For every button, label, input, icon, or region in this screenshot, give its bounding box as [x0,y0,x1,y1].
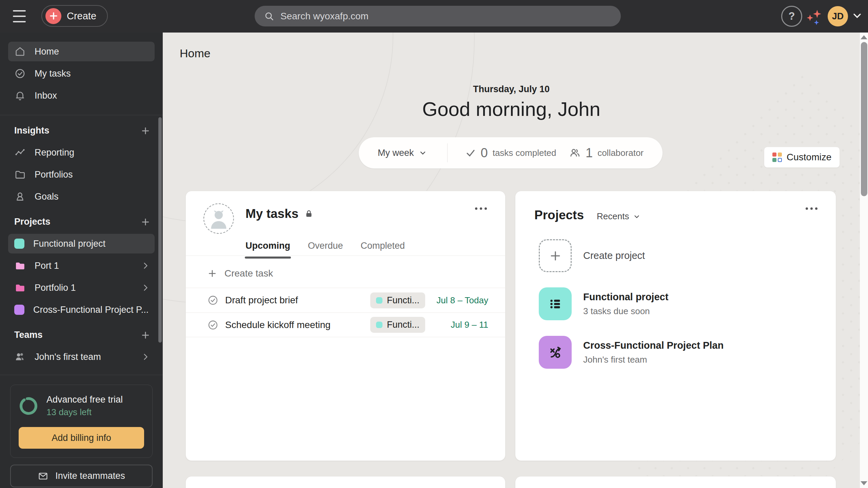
add-insight-icon[interactable] [140,126,151,136]
account-menu-chevron-icon[interactable] [851,11,863,20]
sidebar-item-port-1[interactable]: Port 1 [8,256,155,276]
stats-divider [447,143,448,162]
task-project-tag[interactable]: Functi... [370,292,425,308]
project-color-dot [376,297,382,304]
sidebar-item-home[interactable]: Home [8,42,155,61]
tasks-completed-count: 0 [481,146,488,160]
sidebar-scrollbar-thumb[interactable] [158,117,162,343]
sidebar-item-inbox[interactable]: Inbox [8,86,155,105]
create-button[interactable]: Create [41,5,108,27]
search-icon [264,11,274,21]
task-check-circle-icon[interactable] [208,295,218,306]
project-color-dot [376,322,382,328]
projects-menu-button[interactable] [806,207,817,210]
tasks-completed-stat[interactable]: 0 tasks completed [465,146,556,160]
project-name: Cross-Functional Project Plan [583,340,724,351]
chevron-right-icon[interactable] [141,261,150,270]
partial-card [185,476,506,488]
project-subtitle: 3 tasks due soon [583,306,668,317]
tab-upcoming[interactable]: Upcoming [245,241,290,259]
sidebar-divider [0,115,163,115]
tab-completed[interactable]: Completed [361,241,405,259]
sidebar-item-goals[interactable]: Goals [8,187,155,206]
sidebar-item-cross-functional[interactable]: Cross-Functional Project P... [8,300,155,320]
current-date: Thursday, July 10 [163,84,860,95]
tabs-divider [186,256,505,256]
sidebar-item-label: Home [35,46,59,57]
create-task-button[interactable]: Create task [208,263,273,284]
trial-title: Advanced free trial [46,394,123,405]
chevron-right-icon[interactable] [141,283,150,292]
project-list-item-cross-functional[interactable]: Cross-Functional Project Plan John's fir… [539,336,724,369]
stats-bar: My week 0 tasks completed 1 collaborator [359,137,663,168]
search-input[interactable]: Search wyoxafp.com [255,6,621,26]
task-row[interactable]: Draft project brief Functi... Jul 8 – To… [186,288,505,312]
search-placeholder: Search wyoxafp.com [280,11,369,22]
chevron-right-icon[interactable] [141,352,150,361]
partial-card [515,476,836,488]
recents-dropdown[interactable]: Recents [597,211,640,222]
collaborator-count: 1 [586,146,593,160]
sidebar-toggle-button[interactable] [13,10,26,22]
add-billing-info-button[interactable]: Add billing info [19,427,144,449]
add-project-icon[interactable] [140,217,151,227]
check-circle-icon [14,68,26,79]
scroll-down-arrow-icon[interactable] [861,481,867,485]
my-tasks-menu-button[interactable] [475,207,487,210]
collaborators-stat[interactable]: 1 collaborator [569,146,644,160]
sidebar-item-my-tasks[interactable]: My tasks [8,64,155,83]
sidebar-item-label: Functional project [33,239,105,249]
chevron-down-icon [419,149,427,157]
user-avatar[interactable]: JD [828,6,848,26]
task-row[interactable]: Schedule kickoff meeting Functi... Jul 9… [186,312,505,337]
user-avatar-placeholder[interactable] [203,203,234,234]
sidebar-item-label: My tasks [35,68,71,79]
ai-sparkles-icon[interactable] [804,7,823,26]
sidebar-section-projects[interactable]: Projects [14,217,151,227]
sidebar-bottom-panel: Advanced free trial 13 days left Add bil… [0,375,163,488]
sidebar-item-label: Goals [35,191,59,202]
tab-overdue[interactable]: Overdue [308,241,343,259]
task-name: Schedule kickoff meeting [225,320,370,330]
topbar: Create Search wyoxafp.com ? JD [0,0,868,33]
main-scrollbar[interactable] [860,33,868,488]
help-button[interactable]: ? [781,6,802,27]
task-check-circle-icon[interactable] [208,320,218,330]
trial-banner: Advanced free trial 13 days left Add bil… [10,385,153,458]
sidebar-item-portfolios[interactable]: Portfolios [8,165,155,184]
task-due-date: Jul 8 – Today [430,295,488,306]
main-scrollbar-thumb[interactable] [861,42,867,196]
create-project-button[interactable]: Create project [539,239,645,272]
folder-icon [14,282,26,293]
my-tasks-tabs: Upcoming Overdue Completed [245,241,405,259]
sidebar-item-functional-project[interactable]: Functional project [8,234,155,253]
envelope-icon [38,471,48,482]
trial-progress-ring-icon [19,396,38,416]
chart-line-icon [14,147,26,158]
create-button-label: Create [67,11,96,22]
add-team-icon[interactable] [140,330,151,340]
sidebar-item-reporting[interactable]: Reporting [8,143,155,162]
person-silhouette-icon [206,206,231,231]
bell-icon [14,90,26,101]
task-project-tag[interactable]: Functi... [370,317,425,333]
lock-icon [304,209,313,218]
invite-teammates-button[interactable]: Invite teammates [10,465,153,487]
customize-button[interactable]: Customize [764,147,840,168]
greeting-heading: Good morning, John [163,98,860,120]
scroll-up-arrow-icon[interactable] [861,35,867,39]
sidebar-item-johns-first-team[interactable]: John's first team [8,347,155,367]
sidebar: Home My tasks Inbox Insights Reporting [0,33,163,488]
project-subtitle: John's first team [583,354,724,365]
sidebar-item-label: Portfolio 1 [35,283,76,293]
project-color-swatch [14,239,24,249]
sidebar-section-teams[interactable]: Teams [14,330,151,340]
project-color-swatch [14,305,24,315]
project-list-item-functional[interactable]: Functional project 3 tasks due soon [539,287,668,320]
sidebar-section-insights[interactable]: Insights [14,125,151,136]
sidebar-item-portfolio-1[interactable]: Portfolio 1 [8,278,155,298]
collaborators-icon [569,147,581,159]
project-name: Functional project [583,291,668,303]
week-filter-dropdown[interactable]: My week [378,148,427,158]
page-title: Home [180,47,211,60]
